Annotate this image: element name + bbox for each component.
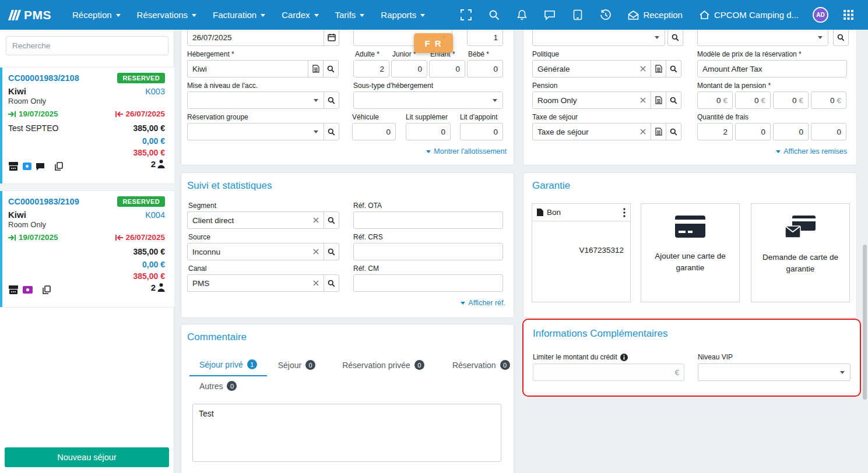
upgrade-select[interactable]: [187, 91, 324, 109]
citytax-input[interactable]: Taxe de séjour: [532, 123, 651, 140]
channel-input[interactable]: PMS: [187, 274, 324, 292]
copy-icon[interactable]: [55, 162, 63, 171]
notifications-bell-icon[interactable]: [510, 0, 533, 30]
crs-ref-input[interactable]: [353, 243, 503, 260]
calendar-button[interactable]: [324, 30, 339, 46]
source-search-button[interactable]: [324, 243, 339, 260]
chat-bubble-icon[interactable]: [36, 163, 45, 171]
fees-qty-input-1[interactable]: [697, 123, 733, 140]
group-select[interactable]: [187, 123, 324, 140]
pension-amount-input-1[interactable]: 0€: [697, 91, 733, 109]
pension-amount-input-4[interactable]: 0€: [811, 91, 846, 109]
vehicle-input[interactable]: [352, 123, 396, 140]
terminal-icon[interactable]: [8, 285, 19, 294]
accommodation-details-button[interactable]: [308, 60, 324, 77]
pension-search-button[interactable]: [666, 91, 681, 109]
messages-chat-icon[interactable]: [538, 0, 561, 30]
device-tablet-icon[interactable]: [566, 0, 589, 30]
terminal-icon[interactable]: [8, 162, 19, 171]
fees-qty-input-4[interactable]: [811, 123, 846, 140]
policy-input[interactable]: Générale: [532, 60, 651, 77]
subtype-select[interactable]: [353, 91, 503, 109]
menu-reservations[interactable]: Réservations: [129, 0, 205, 30]
group-search-button[interactable]: [324, 123, 339, 140]
arrival-date-input[interactable]: [187, 30, 324, 46]
pricing-select-1[interactable]: [532, 30, 665, 46]
cot-input[interactable]: [460, 123, 503, 140]
search-input[interactable]: [6, 36, 168, 55]
pension-input[interactable]: Room Only: [532, 91, 651, 109]
accommodation-input[interactable]: [187, 60, 308, 77]
price-model-input[interactable]: [697, 60, 847, 77]
tab-sejour[interactable]: Séjour 0: [268, 355, 325, 376]
kebab-menu-icon[interactable]: [623, 208, 625, 217]
child-input[interactable]: [429, 60, 465, 77]
segment-input[interactable]: Client direct: [187, 211, 324, 229]
pricing-select-2[interactable]: [697, 30, 828, 46]
pricing-search-button-1[interactable]: [667, 30, 683, 46]
request-guarantee-card[interactable]: Demande de carte de garantie: [751, 203, 850, 302]
channel-search-button[interactable]: [324, 274, 339, 292]
pension-details-button[interactable]: [651, 91, 666, 109]
search-icon[interactable]: [482, 0, 505, 30]
clear-x-icon[interactable]: [313, 249, 319, 255]
adult-input[interactable]: [353, 60, 389, 77]
online-channel-icon[interactable]: [23, 163, 31, 170]
credit-limit-input[interactable]: €: [533, 363, 684, 381]
menu-cardex[interactable]: Cardex: [273, 0, 326, 30]
policy-details-button[interactable]: [651, 60, 666, 77]
reservation-number[interactable]: CC00001983/2108: [8, 73, 79, 83]
citytax-search-button[interactable]: [666, 123, 681, 140]
citytax-details-button[interactable]: [651, 123, 666, 140]
voucher-card[interactable]: Bon V167235312: [532, 203, 631, 302]
reservation-card[interactable]: CC00001983/2108 RESERVED Kiwi K003 Room …: [0, 67, 174, 184]
tab-autres[interactable]: Autres 0: [189, 376, 247, 397]
show-discounts-link[interactable]: Afficher les remises: [776, 147, 847, 156]
pension-amount-input-3[interactable]: 0€: [773, 91, 809, 109]
clear-x-icon[interactable]: [640, 66, 646, 72]
add-guarantee-card[interactable]: Ajouter une carte de garantie: [641, 203, 740, 302]
menu-reception[interactable]: Réception: [64, 0, 129, 30]
ota-ref-input[interactable]: [353, 211, 503, 229]
pricing-search-button-2[interactable]: [833, 30, 849, 46]
clear-x-icon[interactable]: [313, 280, 319, 286]
cm-ref-input[interactable]: [353, 274, 503, 292]
user-avatar[interactable]: AD: [813, 7, 828, 23]
property-link[interactable]: CPCOM Camping d...: [693, 10, 804, 20]
duration-input[interactable]: [467, 30, 503, 46]
vip-level-select[interactable]: [698, 363, 851, 381]
extra-bed-input[interactable]: [406, 123, 451, 140]
reservation-number[interactable]: CC00001983/2109: [8, 197, 79, 206]
show-allotment-link[interactable]: Montrer l'allotissement: [426, 147, 507, 156]
new-stay-button[interactable]: Nouveau séjour: [5, 447, 169, 467]
accommodation-search-button[interactable]: [323, 60, 339, 77]
apps-grid-icon[interactable]: [837, 0, 860, 30]
baby-input[interactable]: [467, 60, 503, 77]
fees-qty-input-3[interactable]: [773, 123, 809, 140]
pension-amount-input-2[interactable]: 0€: [735, 91, 771, 109]
menu-tarifs[interactable]: Tarifs: [327, 0, 373, 30]
vertical-scrollbar-thumb[interactable]: [863, 245, 867, 400]
room-number[interactable]: K003: [145, 87, 165, 96]
tab-sejour-prive[interactable]: Séjour privé 1: [189, 355, 267, 376]
fullscreen-icon[interactable]: [454, 0, 477, 30]
fees-qty-input-2[interactable]: [735, 123, 771, 140]
reservation-card[interactable]: CC00001983/2109 RESERVED Kiwi K004 Room …: [0, 190, 174, 308]
menu-rapports[interactable]: Rapports: [372, 0, 433, 30]
segment-search-button[interactable]: [324, 211, 339, 229]
info-icon[interactable]: [620, 354, 628, 361]
upgrade-search-button[interactable]: [324, 91, 339, 109]
policy-search-button[interactable]: [666, 60, 681, 77]
copy-icon[interactable]: [43, 285, 51, 294]
junior-input[interactable]: [391, 60, 427, 77]
room-number[interactable]: K004: [145, 210, 165, 220]
clear-x-icon[interactable]: [640, 97, 646, 103]
show-refs-link[interactable]: Afficher réf.: [461, 299, 505, 307]
menu-facturation[interactable]: Facturation: [205, 0, 273, 30]
clear-x-icon[interactable]: [313, 217, 319, 223]
tab-reservation[interactable]: Réservation 0: [442, 355, 520, 376]
history-icon[interactable]: [594, 0, 617, 30]
comment-textarea[interactable]: Test: [192, 404, 501, 462]
tab-reservation-privee[interactable]: Réservation privée 0: [332, 355, 434, 376]
payment-icon[interactable]: [23, 286, 33, 294]
